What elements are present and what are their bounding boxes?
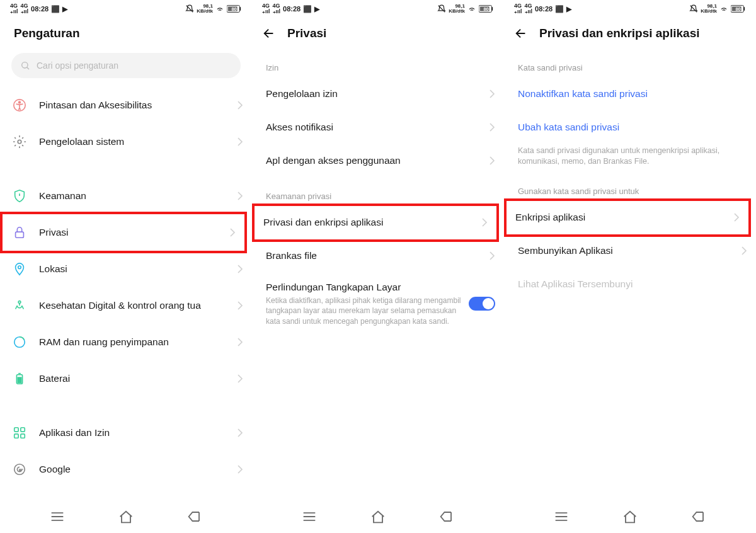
item-change-password[interactable]: Ubah kata sandi privasi: [504, 111, 756, 144]
item-label: Brankas file: [266, 249, 478, 263]
item-label: Ubah kata sandi privasi: [518, 121, 747, 134]
facebook-icon: ⬛: [303, 5, 312, 13]
item-battery[interactable]: Baterai: [0, 360, 252, 397]
item-google[interactable]: Google: [0, 451, 252, 488]
svg-point-6: [19, 101, 21, 103]
home-button[interactable]: [621, 508, 639, 525]
apps-icon: [11, 425, 28, 441]
item-disable-password[interactable]: Nonaktifkan kata sandi privasi: [504, 77, 756, 111]
toggle-description: Ketika diaktifkan, aplikasi pihak ketiga…: [266, 295, 461, 327]
item-label: Lihat Aplikasi Tersembunyi: [518, 278, 747, 291]
item-usage-access[interactable]: Apl dengan akses penggunaan: [252, 144, 504, 178]
status-bar: 4G₊ııl 4G₊ııl 08:28 ⬛ ▶ 98,1KB/dtk 80: [252, 0, 504, 18]
home-button[interactable]: [369, 508, 387, 525]
item-accessibility[interactable]: Pintasan dan Aksesibilitas: [0, 87, 252, 123]
privacy-list: Izin Pengelolaan izin Akses notifikasi A…: [252, 49, 504, 500]
recent-apps-button[interactable]: [553, 508, 570, 525]
item-app-encryption[interactable]: Privasi dan enkripsi aplikasi: [252, 203, 499, 242]
item-encrypt-app[interactable]: Enkripsi aplikasi: [504, 198, 751, 237]
encryption-list: Kata sandi privasi Nonaktifkan kata sand…: [504, 49, 756, 500]
nav-bar: [252, 500, 504, 533]
item-hide-app[interactable]: Sembunyikan Aplikasi: [504, 234, 756, 268]
section-use-password-for: Gunakan kata sandi privasi untuk: [504, 173, 756, 201]
svg-rect-14: [14, 428, 18, 432]
chevron-right-icon: [237, 264, 243, 274]
item-security[interactable]: Keamanan: [0, 178, 252, 214]
net-speed: 98,1KB/dtk: [197, 4, 213, 14]
chevron-right-icon: [481, 217, 488, 227]
battery-icon: 80: [731, 5, 746, 13]
search-input[interactable]: [37, 60, 232, 71]
item-label: Privasi dan enkripsi aplikasi: [263, 216, 470, 229]
item-digital-wellbeing[interactable]: Kesehatan Digital & kontrol orang tua: [0, 287, 252, 324]
item-apps-permissions[interactable]: Aplikasi dan Izin: [0, 415, 252, 451]
chevron-right-icon: [237, 100, 243, 110]
youtube-icon: ▶: [566, 5, 571, 13]
encryption-panel: 4G₊ııl 4G₊ııl 08:28 ⬛ ▶ 98,1KB/dtk 80 Pr…: [504, 0, 756, 533]
title-row: Pengaturan: [0, 18, 252, 49]
gear-icon: [11, 134, 28, 150]
item-label: Enkripsi aplikasi: [515, 211, 722, 224]
chevron-right-icon: [237, 464, 243, 474]
item-ram-storage[interactable]: RAM dan ruang penyimpanan: [0, 324, 252, 360]
page-title: Privasi dan enkripsi aplikasi: [539, 26, 700, 40]
back-arrow-icon[interactable]: [262, 26, 276, 40]
back-arrow-icon[interactable]: [514, 26, 528, 40]
status-right: 98,1KB/dtk 80: [185, 4, 242, 14]
chevron-right-icon: [237, 137, 243, 147]
lock-icon: [11, 224, 28, 241]
chevron-right-icon: [733, 212, 740, 222]
signal-icon: 4G₊ııl: [10, 3, 18, 14]
recent-apps-button[interactable]: [301, 508, 318, 525]
title-row: Privasi dan enkripsi aplikasi: [504, 18, 756, 49]
chevron-right-icon: [237, 301, 243, 311]
shield-icon: [11, 188, 28, 204]
item-label: Pengelolaan sistem: [39, 135, 226, 149]
item-notification-access[interactable]: Akses notifikasi: [252, 111, 504, 144]
signal-icon-2: 4G₊ııl: [273, 3, 281, 14]
item-file-safe[interactable]: Brankas file: [252, 239, 504, 273]
net-speed: 98,1KB/dtk: [701, 4, 717, 14]
chevron-right-icon: [237, 428, 243, 438]
item-label: Pintasan dan Aksesibilitas: [39, 99, 226, 112]
item-privacy[interactable]: Privasi: [0, 212, 247, 253]
status-bar: 4G₊ııl 4G₊ııl 08:28 ⬛ ▶ 98,1KB/dtk 80: [504, 0, 756, 18]
battery-icon: 80: [227, 5, 242, 13]
facebook-icon: ⬛: [51, 5, 60, 13]
item-system-management[interactable]: Pengelolaan sistem: [0, 123, 252, 160]
svg-point-9: [18, 266, 21, 269]
page-title: Privasi: [287, 26, 326, 40]
svg-rect-17: [21, 434, 25, 438]
item-label: Sembunyikan Aplikasi: [518, 244, 730, 258]
mute-icon: [185, 4, 194, 13]
item-label: Privasi: [39, 226, 218, 239]
back-button[interactable]: [438, 508, 455, 525]
svg-text:80: 80: [231, 6, 236, 12]
status-right: 98,1KB/dtk 80: [437, 4, 494, 14]
svg-text:80: 80: [483, 6, 488, 12]
status-left: 4G₊ııl 4G₊ııl 08:28 ⬛ ▶: [10, 3, 67, 14]
item-label: Lokasi: [39, 263, 226, 276]
item-label: Nonaktifkan kata sandi privasi: [518, 88, 747, 101]
search-icon: [20, 60, 30, 71]
status-time: 08:28: [31, 5, 49, 13]
back-button[interactable]: [690, 508, 707, 525]
search-box[interactable]: [11, 53, 241, 78]
settings-panel: 4G₊ııl 4G₊ııl 08:28 ⬛ ▶ 98,1KB/dtk 80 Pe…: [0, 0, 252, 533]
item-label: Aplikasi dan Izin: [39, 427, 226, 440]
screenshot-protection-toggle[interactable]: [469, 297, 495, 311]
chevron-right-icon: [237, 374, 243, 384]
signal-icon: 4G₊ııl: [262, 3, 270, 14]
chevron-right-icon: [741, 246, 747, 256]
title-row: Privasi: [252, 18, 504, 49]
back-button[interactable]: [186, 508, 203, 525]
item-permission-management[interactable]: Pengelolaan izin: [252, 77, 504, 111]
nav-bar: [0, 500, 252, 533]
item-view-hidden-apps[interactable]: Lihat Aplikasi Tersembunyi: [504, 268, 756, 301]
item-label: RAM dan ruang penyimpanan: [39, 336, 226, 349]
home-button[interactable]: [117, 508, 135, 525]
section-password: Kata sandi privasi: [504, 49, 756, 77]
recent-apps-button[interactable]: [49, 508, 66, 525]
svg-point-10: [18, 301, 21, 304]
item-location[interactable]: Lokasi: [0, 251, 252, 287]
